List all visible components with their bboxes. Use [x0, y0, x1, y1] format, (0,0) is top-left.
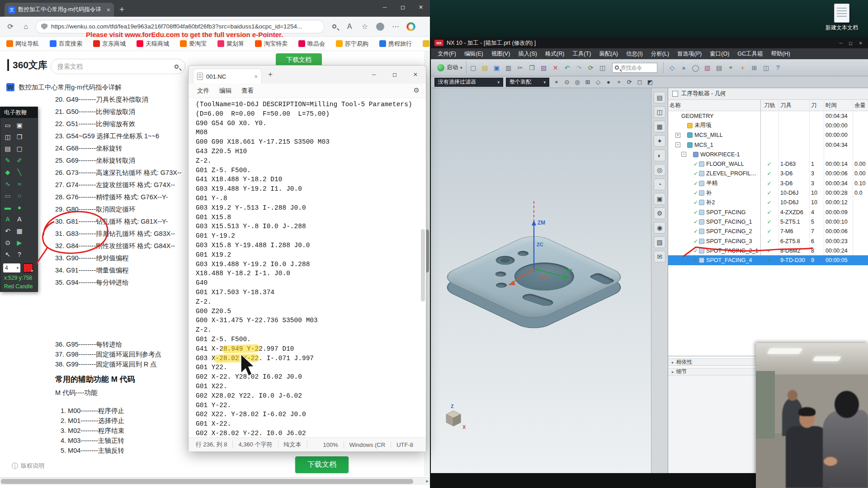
navigator-row[interactable]: ✓ 半精 ✓ 3-D6 3 00:00:34 0.10: [668, 178, 868, 188]
epointer-title[interactable]: 电子教鞭: [0, 107, 38, 118]
snap-point-icon[interactable]: ⊞: [749, 62, 760, 73]
navigator-row[interactable]: ✓ SPOT_FACING_4 ✓ 9-TD-D30 9 00:00:05: [668, 255, 868, 265]
close-button[interactable]: ✕: [412, 0, 430, 14]
menu-item[interactable]: 视图(V): [487, 48, 514, 59]
pencil-icon[interactable]: ✐: [14, 155, 25, 166]
close-button[interactable]: ✕: [405, 66, 426, 84]
notes-icon[interactable]: ✉: [654, 251, 665, 263]
refresh-icon[interactable]: ⟳: [585, 62, 596, 73]
menu-item[interactable]: 分析(L): [647, 48, 673, 59]
select-rect-icon[interactable]: ▭: [2, 119, 14, 131]
fit-view-icon[interactable]: ⊞: [583, 78, 592, 87]
capture-icon[interactable]: ▣: [14, 119, 25, 131]
pen-icon[interactable]: ✎: [2, 155, 14, 166]
menu-item[interactable]: 插入(S): [514, 48, 541, 59]
bookmark-item[interactable]: 唯品会: [298, 40, 325, 48]
graphics-viewport[interactable]: ZM ZC YM XC Z X: [431, 88, 651, 473]
doc-search-box[interactable]: [51, 59, 185, 74]
copy-icon[interactable]: ❐: [527, 62, 538, 73]
zoom-level[interactable]: 100%: [317, 441, 344, 448]
column-header[interactable]: 刀轨: [761, 100, 779, 111]
redo-icon[interactable]: ↷: [574, 62, 585, 73]
process-studio-icon[interactable]: ▣: [654, 193, 665, 205]
column-header[interactable]: 名称: [668, 100, 761, 111]
board-icon[interactable]: ▤: [2, 143, 14, 155]
filled-rect-icon[interactable]: ▬: [2, 202, 14, 213]
appearance-icon[interactable]: ▧: [702, 62, 713, 73]
menu-item[interactable]: 首选项(P): [673, 48, 706, 59]
web-browser-icon[interactable]: ◎: [654, 164, 665, 176]
trimetric-view-icon[interactable]: ◩: [646, 78, 655, 87]
layer-settings-icon[interactable]: ▤: [714, 62, 725, 73]
column-header[interactable]: 刀: [810, 100, 824, 111]
menu-item[interactable]: 格式(R): [541, 48, 568, 59]
new-tab-button[interactable]: +: [119, 5, 124, 14]
line-ending[interactable]: Windows (CR: [344, 441, 391, 448]
search-icon[interactable]: [328, 21, 340, 33]
view-triad-cube[interactable]: Z X: [446, 404, 466, 430]
navigator-row[interactable]: − ✓ MCS_1 ✓ 00:04:34: [668, 140, 868, 150]
menu-item[interactable]: 文件(F): [434, 48, 460, 59]
shade-icon[interactable]: ●: [604, 78, 613, 87]
navigator-row[interactable]: ✓ FLOOR_WALL ✓ 1-D63 1 00:00:14 0.00: [668, 159, 868, 169]
browser-logo-icon[interactable]: [405, 21, 417, 33]
new-file-icon[interactable]: ▢: [468, 62, 479, 73]
bookmark-item[interactable]: 聚划算: [217, 40, 244, 48]
selection-filter-dropdown[interactable]: 没有选择过滤器: [434, 78, 503, 87]
menu-item[interactable]: 帮助(H): [767, 48, 794, 59]
minimize-button[interactable]: ─: [363, 66, 384, 84]
column-header[interactable]: 余量: [853, 100, 868, 111]
machining-wizards-icon[interactable]: ⚙: [654, 207, 665, 219]
new-tab-button[interactable]: +: [268, 70, 273, 79]
reader-mode-icon[interactable]: A: [344, 21, 355, 33]
bookmark-item[interactable]: 京东商城: [93, 40, 126, 48]
refresh-icon[interactable]: ⟳: [5, 21, 16, 33]
navigator-row[interactable]: ✓ ZLEVEL_PROFILE_2 ✓ 3-D6 3 00:00:06 0.0…: [668, 169, 868, 178]
search-input[interactable]: [57, 63, 175, 70]
menu-item[interactable]: 编辑(E): [460, 48, 487, 59]
save-icon[interactable]: ▣: [491, 62, 502, 73]
ellipse-icon[interactable]: ○: [14, 190, 25, 202]
maximize-button[interactable]: ◻: [394, 0, 412, 14]
roles-icon[interactable]: ◉: [654, 222, 665, 234]
menu-item[interactable]: 工具(T): [568, 48, 595, 59]
column-header[interactable]: 刀具: [779, 100, 810, 111]
selection-point-icon[interactable]: ⌖: [552, 78, 561, 87]
minimize-button[interactable]: ─: [839, 41, 842, 46]
user-avatar[interactable]: [374, 21, 386, 33]
history-icon[interactable]: ◔: [654, 178, 665, 190]
menu-item[interactable]: 文件: [192, 85, 214, 97]
snap-circle-icon[interactable]: ⊙: [562, 78, 571, 87]
scrollbar-thumb[interactable]: [1, 479, 413, 484]
measure-icon[interactable]: ⌖: [726, 62, 736, 73]
filled-circle-icon[interactable]: ●: [14, 202, 25, 213]
tab-close-icon[interactable]: ×: [254, 73, 258, 80]
notepad-tab[interactable]: 001.NC ×: [193, 69, 262, 84]
help-icon[interactable]: ?: [14, 249, 25, 260]
download-doc-button[interactable]: 下载文档: [295, 456, 349, 473]
desktop-icon-new-text-doc[interactable]: 新建文本文档: [826, 4, 858, 31]
move-object-icon[interactable]: +: [737, 62, 748, 73]
navigator-row[interactable]: ✓ 补 ✓ 10-D6J 10 00:00:28 0.0: [668, 188, 868, 197]
delete-icon[interactable]: ✕: [550, 62, 561, 73]
wireframe-view-icon[interactable]: ◯: [690, 62, 701, 73]
navigator-row[interactable]: ✓ SPOT_FACING_1 ✓ 5-ZT5.1 5 00:00:10: [668, 217, 868, 226]
curve-icon[interactable]: ∿: [2, 178, 14, 190]
navigator-row[interactable]: + ✓ MCS_MILL ✓ 00:00:00: [668, 131, 868, 140]
navigator-row[interactable]: ✓ SPOT_FACING_3 ✓ 6-ZT5.8 6 00:00:23: [668, 236, 868, 246]
command-finder-input[interactable]: [621, 65, 650, 71]
column-header[interactable]: 时间: [824, 100, 853, 111]
site-logo[interactable]: 360文库: [7, 59, 47, 71]
menu-item[interactable]: 查看: [236, 85, 259, 97]
open-folder-icon[interactable]: ▤: [480, 62, 491, 73]
text-icon[interactable]: A: [2, 213, 14, 225]
cut-icon[interactable]: ✂: [515, 62, 526, 73]
rotate-view-icon[interactable]: ⟳: [625, 78, 634, 87]
more-menu-icon[interactable]: ⋯: [390, 21, 401, 33]
minimize-button[interactable]: ─: [376, 0, 394, 14]
reuse-library-icon[interactable]: ✦: [654, 135, 665, 147]
browser-tab[interactable]: 文 数控加工中心常用g-m代码指令详 ×: [5, 3, 114, 17]
print-icon[interactable]: ▥: [503, 62, 514, 73]
bookmark-item[interactable]: 网址导航: [6, 40, 39, 48]
copyright-link[interactable]: i 版权说明: [12, 462, 44, 470]
